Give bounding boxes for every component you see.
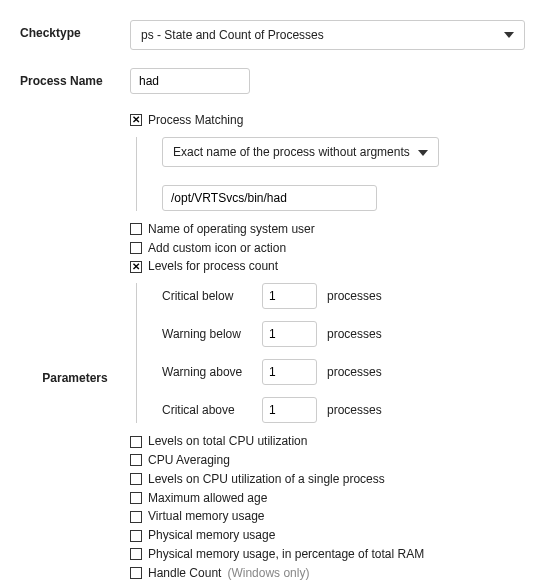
critical-above-input[interactable] bbox=[262, 397, 317, 423]
chevron-down-icon bbox=[504, 32, 514, 38]
custom-icon-label: Add custom icon or action bbox=[148, 240, 286, 257]
process-matching-label: Process Matching bbox=[148, 112, 243, 129]
checkbox-label: Levels on total CPU utilization bbox=[148, 433, 307, 450]
checkbox-label: CPU Averaging bbox=[148, 452, 230, 469]
process-matching-mode-value: Exact name of the process without argmen… bbox=[173, 145, 410, 159]
chevron-down-icon bbox=[418, 145, 428, 159]
level-unit: processes bbox=[327, 365, 382, 379]
physical-memory-checkbox[interactable] bbox=[130, 530, 142, 542]
warning-below-input[interactable] bbox=[262, 321, 317, 347]
custom-icon-checkbox[interactable] bbox=[130, 242, 142, 254]
cpu-averaging-checkbox[interactable] bbox=[130, 454, 142, 466]
checktype-select[interactable]: ps - State and Count of Processes bbox=[130, 20, 525, 50]
level-label: Warning below bbox=[162, 327, 252, 341]
process-matching-checkbox[interactable] bbox=[130, 114, 142, 126]
level-unit: processes bbox=[327, 327, 382, 341]
max-age-checkbox[interactable] bbox=[130, 492, 142, 504]
checktype-label: Checktype bbox=[20, 20, 130, 40]
os-user-checkbox[interactable] bbox=[130, 223, 142, 235]
level-label: Warning above bbox=[162, 365, 252, 379]
checkbox-label: Maximum allowed age bbox=[148, 490, 267, 507]
checkbox-label: Physical memory usage bbox=[148, 527, 275, 544]
level-unit: processes bbox=[327, 403, 382, 417]
os-user-label: Name of operating system user bbox=[148, 221, 315, 238]
process-name-label: Process Name bbox=[20, 68, 130, 88]
checkbox-label: Levels on CPU utilization of a single pr… bbox=[148, 471, 385, 488]
process-name-input[interactable] bbox=[130, 68, 250, 94]
levels-single-cpu-checkbox[interactable] bbox=[130, 473, 142, 485]
checktype-value: ps - State and Count of Processes bbox=[141, 28, 324, 42]
critical-below-input[interactable] bbox=[262, 283, 317, 309]
process-matching-mode-select[interactable]: Exact name of the process without argmen… bbox=[162, 137, 439, 167]
level-unit: processes bbox=[327, 289, 382, 303]
checkbox-label: Physical memory usage, in percentage of … bbox=[148, 546, 424, 563]
parameters-label: Parameters bbox=[42, 371, 107, 385]
levels-total-cpu-checkbox[interactable] bbox=[130, 436, 142, 448]
physical-memory-pct-checkbox[interactable] bbox=[130, 548, 142, 560]
level-label: Critical above bbox=[162, 403, 252, 417]
checkbox-note: (Windows only) bbox=[227, 565, 309, 582]
checkbox-label: Virtual memory usage bbox=[148, 508, 265, 525]
levels-count-label: Levels for process count bbox=[148, 258, 278, 275]
warning-above-input[interactable] bbox=[262, 359, 317, 385]
checkbox-label: Handle Count bbox=[148, 565, 221, 582]
virtual-memory-checkbox[interactable] bbox=[130, 511, 142, 523]
level-label: Critical below bbox=[162, 289, 252, 303]
handle-count-checkbox[interactable] bbox=[130, 567, 142, 579]
process-matching-path-input[interactable] bbox=[162, 185, 377, 211]
levels-count-checkbox[interactable] bbox=[130, 261, 142, 273]
